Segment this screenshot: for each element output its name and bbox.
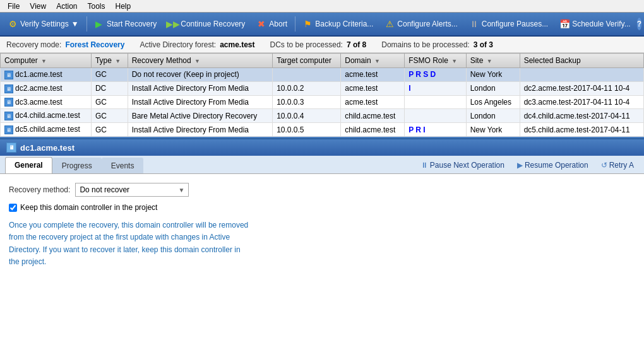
retry-label: Retry A [609,161,634,170]
table-area: Computer ▼ Type ▼ Recovery Method ▼ Targ… [0,53,644,138]
table-row[interactable]: 🖥dc1.acme.test GC Do not recover (Keep i… [1,68,644,82]
tab-events[interactable]: Events [102,158,144,173]
table-row[interactable]: 🖥dc5.child.acme.test GC Install Active D… [1,123,644,137]
menu-file[interactable]: File [3,1,25,12]
main-content: Computer ▼ Type ▼ Recovery Method ▼ Targ… [0,53,644,343]
table-row[interactable]: 🖥dc2.acme.test DC Install Active Directo… [1,81,644,95]
cell-domain: acme.test [341,81,405,95]
help-button[interactable]: ? [637,18,641,30]
cell-site: Los Angeles [466,95,520,109]
recovery-method-selected: Do not recover [80,185,129,194]
col-target[interactable]: Target computer [273,54,341,68]
cell-computer: 🖥dc5.child.acme.test [1,123,92,137]
table-row[interactable]: 🖥dc4.child.acme.test GC Bare Metal Activ… [1,109,644,123]
start-recovery-button[interactable]: ▶ Start Recovery [89,16,162,32]
col-backup[interactable]: Selected Backup [520,54,643,68]
detail-body: Recovery method: Do not recover ▼ Keep t… [0,174,644,343]
toolbar: ⚙ Verify Settings ▼ ▶ Start Recovery ▶▶ … [0,13,644,37]
cell-method: Bare Metal Active Directory Recovery [128,109,273,123]
recovery-mode-label: Recovery mode: [6,40,61,49]
dcs-value: 7 of 8 [347,40,366,49]
dcs-label: DCs to be processed: [270,40,343,49]
verify-dropdown-arrow: ▼ [71,20,79,28]
cell-computer: 🖥dc2.acme.test [1,81,92,95]
cell-site: New York [466,123,520,137]
cell-fsmo: P R I [405,123,467,137]
pause-next-label: Pause Next Operation [430,161,504,170]
criteria-icon: ⚑ [302,19,313,29]
keep-in-project-row: Keep this domain controller in the proje… [9,203,635,212]
cell-method: Install Active Directory From Media [128,95,273,109]
abort-label: Abort [269,20,287,28]
menu-view[interactable]: View [25,1,51,12]
cell-target: 10.0.0.4 [273,109,341,123]
configure-pauses-button[interactable]: ⏸ Configure Pauses... [464,16,553,32]
continue-recovery-label: Continue Recovery [181,20,245,28]
cell-method: Do not recover (Keep in project) [128,68,273,82]
schedule-verify-label: Schedule Verify... [572,20,631,28]
table-row[interactable]: 🖥dc3.acme.test GC Install Active Directo… [1,95,644,109]
col-type[interactable]: Type ▼ [91,54,128,68]
resume-operation-label: Resume Operation [525,161,588,170]
menu-action[interactable]: Action [51,1,82,12]
col-domain[interactable]: Domain ▼ [341,54,405,68]
cell-type: GC [91,95,128,109]
menu-tools[interactable]: Tools [83,1,110,12]
cell-type: DC [91,81,128,95]
cell-computer: 🖥dc1.acme.test [1,68,92,82]
continue-recovery-button[interactable]: ▶▶ Continue Recovery [163,16,250,32]
cell-target: 10.0.0.2 [273,81,341,95]
cell-computer: 🖥dc4.child.acme.test [1,109,92,123]
recovery-mode-value[interactable]: Forest Recovery [65,40,124,49]
schedule-verify-button[interactable]: 📅 Schedule Verify... [554,16,636,32]
tab-progress[interactable]: Progress [52,158,102,173]
col-site[interactable]: Site ▼ [466,54,520,68]
cell-fsmo: P R S D [405,68,467,82]
col-method[interactable]: Recovery Method ▼ [128,54,273,68]
cell-domain: child.acme.test [341,123,405,137]
cell-type: GC [91,109,128,123]
cell-target: 10.0.0.3 [273,95,341,109]
configure-alerts-label: Configure Alerts... [397,20,457,28]
menu-help[interactable]: Help [110,1,136,12]
retry-icon: ↺ [601,161,607,170]
info-text: Once you complete the recovery, this dom… [9,219,249,268]
col-fsmo[interactable]: FSMO Role ▼ [405,54,467,68]
abort-button[interactable]: ✖ Abort [251,16,292,32]
detail-panel: 🖥 dc1.acme.test General Progress Events … [0,138,644,343]
tab-general[interactable]: General [5,157,52,173]
configure-alerts-button[interactable]: ⚠ Configure Alerts... [379,16,462,32]
backup-criteria-label: Backup Criteria... [315,20,373,28]
cell-fsmo: I [405,81,467,95]
detail-title: dc1.acme.test [20,143,75,153]
statusbar: Recovery mode: Forest Recovery Active Di… [0,37,644,53]
cell-backup [520,68,643,82]
cell-backup: dc5.child.acme.test-2017-04-11 [520,123,643,137]
abort-icon: ✖ [256,19,266,29]
cell-type: GC [91,123,128,137]
pause-icon: ⏸ [420,161,428,170]
verify-settings-button[interactable]: ⚙ Verify Settings ▼ [3,16,84,32]
col-computer[interactable]: Computer ▼ [1,54,92,68]
keep-in-project-checkbox[interactable] [9,204,17,212]
detail-tabs: General Progress Events [0,156,148,173]
cell-site: London [466,109,520,123]
cell-fsmo [405,95,467,109]
pause-next-button[interactable]: ⏸ Pause Next Operation [415,160,510,171]
resume-operation-button[interactable]: ▶ Resume Operation [512,160,593,171]
retry-button[interactable]: ↺ Retry A [596,160,639,171]
keep-in-project-label: Keep this domain controller in the proje… [20,203,157,212]
dc-icon: 🖥 [4,125,13,134]
configure-pauses-label: Configure Pauses... [482,20,548,28]
dc-icon: 🖥 [4,98,13,107]
verify-icon: ⚙ [8,19,18,29]
backup-criteria-button[interactable]: ⚑ Backup Criteria... [297,16,378,32]
dc-icon: 🖥 [4,84,13,93]
detail-header: 🖥 dc1.acme.test [0,139,644,156]
recovery-method-dropdown[interactable]: Do not recover ▼ [75,183,189,197]
recovery-method-label: Recovery method: [9,185,70,194]
continue-icon: ▶▶ [168,19,178,29]
resume-icon: ▶ [517,161,523,170]
schedule-icon: 📅 [559,19,569,29]
pauses-icon: ⏸ [469,19,479,29]
